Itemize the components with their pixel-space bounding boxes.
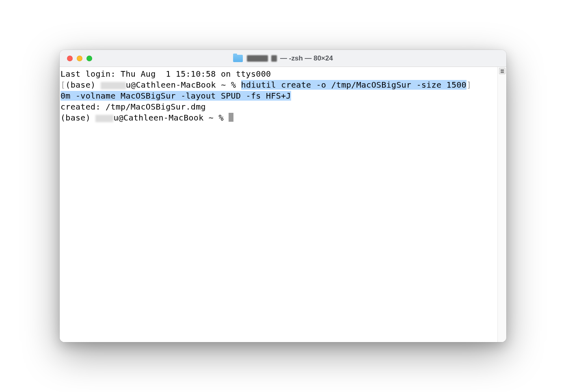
command-text-2: 0m -volname MacOSBigSur -layout SPUD -fs… xyxy=(60,91,291,101)
terminal-window: — -zsh — 80×24 Last login: Thu Aug 1 15:… xyxy=(60,50,506,342)
title-redacted-label xyxy=(247,55,268,62)
username-redacted-2 xyxy=(95,115,113,122)
output-line: created: /tmp/MacOSBigSur.dmg xyxy=(60,101,497,112)
terminal-output[interactable]: Last login: Thu Aug 1 15:10:58 on ttys00… xyxy=(60,67,497,342)
command-text-1: hdiutil create -o /tmp/MacOSBigSur -size… xyxy=(241,80,467,90)
content-area: Last login: Thu Aug 1 15:10:58 on ttys00… xyxy=(60,67,506,342)
prompt-env-2: (base) xyxy=(60,113,95,123)
close-button[interactable] xyxy=(67,56,73,61)
prompt-hostpath: u@Cathleen-MacBook ~ % xyxy=(126,80,241,90)
prompt-env: (base) xyxy=(65,80,100,90)
titlebar[interactable]: — -zsh — 80×24 xyxy=(60,50,506,67)
command-line-1: [(base) u@Cathleen-MacBook ~ % hdiutil c… xyxy=(60,80,497,90)
traffic-lights xyxy=(60,56,92,61)
scroll-indicator-icon[interactable] xyxy=(499,68,506,74)
scrollbar[interactable] xyxy=(497,67,506,342)
minimize-button[interactable] xyxy=(77,56,82,61)
username-redacted xyxy=(101,82,126,89)
command-line-2: 0m -volname MacOSBigSur -layout SPUD -fs… xyxy=(60,90,497,101)
title-text: — -zsh — 80×24 xyxy=(280,54,333,62)
title-redacted-label-2 xyxy=(271,55,277,62)
last-login-line: Last login: Thu Aug 1 15:10:58 on ttys00… xyxy=(60,69,497,80)
maximize-button[interactable] xyxy=(86,56,92,61)
folder-icon xyxy=(233,55,243,62)
prompt-hostpath-2: u@Cathleen-MacBook ~ % xyxy=(113,113,229,123)
prompt-line-2: (base) u@Cathleen-MacBook ~ % xyxy=(60,112,497,123)
cursor xyxy=(229,113,233,122)
window-title: — -zsh — 80×24 xyxy=(233,54,333,62)
